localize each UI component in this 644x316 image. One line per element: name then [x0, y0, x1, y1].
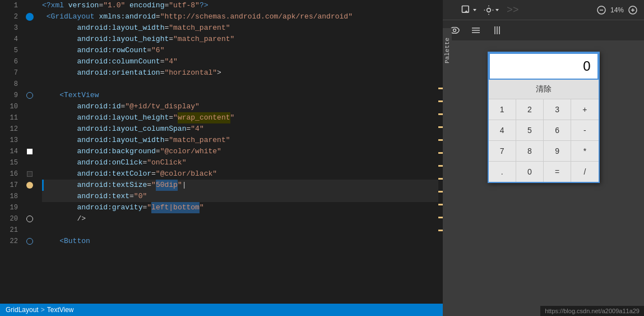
marker-9 [438, 191, 443, 193]
calc-display: 0 [489, 53, 599, 80]
marker-strip [438, 0, 443, 304]
code-line-22: <Button [42, 236, 438, 247]
calc-grid: 1 2 3 + 4 5 6 - 7 8 9 * . 0 = / [489, 99, 599, 182]
code-line-17: android:textSize="50dip"| [42, 180, 438, 191]
calc-btn-2[interactable]: 2 [516, 99, 543, 120]
palette-tab[interactable]: Palette [443, 28, 452, 73]
svg-point-1 [487, 8, 491, 12]
calc-btn-minus[interactable]: - [571, 120, 598, 140]
code-line-1: <?xml version="1.0" encoding="utf-8"?> [42, 0, 438, 11]
calc-btn-3[interactable]: 3 [544, 99, 571, 120]
calc-btn-6[interactable]: 6 [544, 120, 571, 140]
marker-2 [438, 100, 443, 102]
code-line-19: android:gravity="left|bottom" [42, 202, 438, 213]
main-container: 12345 678910 1112131415 1617181920 2122 [0, 0, 644, 316]
marker-3 [438, 113, 443, 115]
zoom-out-btn[interactable] [595, 4, 608, 16]
marker-12 [438, 230, 443, 231]
zoom-controls: 14% [595, 4, 640, 16]
editor-area: 12345 678910 1112131415 1617181920 2122 [0, 0, 443, 316]
code-line-12: android:layout_columnSpan="4" [42, 123, 438, 135]
theme-dropdown-btn[interactable] [481, 3, 502, 17]
code-line-20: /> [42, 213, 438, 225]
device-dropdown-btn[interactable] [458, 3, 480, 17]
code-line-11: android:layout_height="wrap_content" [42, 112, 438, 123]
marker-6 [438, 152, 443, 154]
preview-area: 0 清除 1 2 3 + 4 5 6 - 7 8 9 * . [443, 40, 644, 316]
calc-btn-4[interactable]: 4 [489, 120, 516, 140]
code-line-7: android:orientation="horizontal"> [42, 67, 438, 79]
marker-4 [438, 126, 443, 128]
breadcrumb-gridlayout[interactable]: GridLayout [6, 306, 39, 314]
breadcrumb-bar: GridLayout > TextView [0, 304, 443, 316]
code-lines[interactable]: <?xml version="1.0" encoding="utf-8"?> <… [36, 0, 438, 304]
code-line-6: android:columnCount="4" [42, 56, 438, 67]
layout-horz-btn[interactable] [469, 24, 483, 36]
code-line-8 [42, 79, 438, 90]
calc-clear-btn[interactable]: 清除 [489, 80, 599, 99]
calc-btn-1[interactable]: 1 [489, 99, 516, 120]
code-content: 12345 678910 1112131415 1617181920 2122 [0, 0, 443, 304]
marker-5 [438, 139, 443, 141]
fold-circle-22 [26, 238, 33, 245]
calc-btn-equals[interactable]: = [544, 162, 571, 182]
calc-btn-7[interactable]: 7 [489, 141, 516, 161]
code-line-16: android:textColor="@color/black" [42, 168, 438, 180]
active-line-bar [42, 180, 44, 191]
breadcrumb-textview[interactable]: TextView [47, 306, 74, 314]
indicators-strip [22, 0, 36, 304]
right-toolbar2 [443, 20, 644, 40]
code-line-13: android:layout_width="match_parent" [42, 135, 438, 146]
calc-btn-dot[interactable]: . [489, 162, 516, 182]
calc-btn-0[interactable]: 0 [516, 162, 543, 182]
code-line-3: android:layout_width="match_parent" [42, 22, 438, 34]
square-14 [27, 149, 33, 154]
code-line-5: android:rowCount="6" [42, 45, 438, 56]
code-line-10: android:id="@+id/tv_display" [42, 101, 438, 112]
layout-vert-btn[interactable] [490, 24, 504, 36]
calc-btn-multiply[interactable]: * [571, 141, 598, 161]
zoom-in-btn[interactable] [626, 4, 640, 16]
marker-8 [438, 178, 443, 180]
calc-btn-plus[interactable]: + [571, 99, 598, 120]
calc-btn-8[interactable]: 8 [516, 141, 543, 161]
url-bar: https://blog.csdn.net/a2009a11a29 [540, 306, 644, 316]
right-panel: Palette [443, 0, 644, 316]
svg-point-8 [453, 29, 456, 32]
code-line-4: android:layout_height="match_parent" [42, 34, 438, 45]
code-line-18: android:text="0" [42, 191, 438, 202]
right-toolbar: >> 14% [443, 0, 644, 20]
code-line-2: <GridLayout xmlns:android="http://schema… [42, 11, 438, 22]
fold-circle-20 [26, 216, 33, 222]
marker-10 [438, 204, 443, 205]
dot-17 [26, 182, 33, 189]
calculator-preview: 0 清除 1 2 3 + 4 5 6 - 7 8 9 * . [488, 52, 600, 183]
code-line-9: <TextView [42, 90, 438, 101]
line-numbers: 12345 678910 1112131415 1617181920 2122 [0, 0, 22, 304]
marker-7 [438, 165, 443, 167]
marker-11 [438, 217, 443, 218]
zoom-level: 14% [610, 6, 624, 14]
marker-1 [438, 88, 443, 89]
fold-circle-2 [26, 13, 34, 21]
breadcrumb-sep: > [41, 306, 45, 314]
code-line-15: android:onClick="onClick" [42, 157, 438, 168]
calc-btn-9[interactable]: 9 [544, 141, 571, 161]
calc-btn-5[interactable]: 5 [516, 120, 543, 140]
code-line-14: android:background="@color/white" [42, 146, 438, 157]
calc-btn-divide[interactable]: / [571, 162, 598, 182]
square-16 [27, 171, 33, 177]
code-line-21 [42, 225, 438, 236]
toolbar-sep-1: >> [507, 4, 519, 16]
fold-circle-9 [26, 92, 33, 99]
